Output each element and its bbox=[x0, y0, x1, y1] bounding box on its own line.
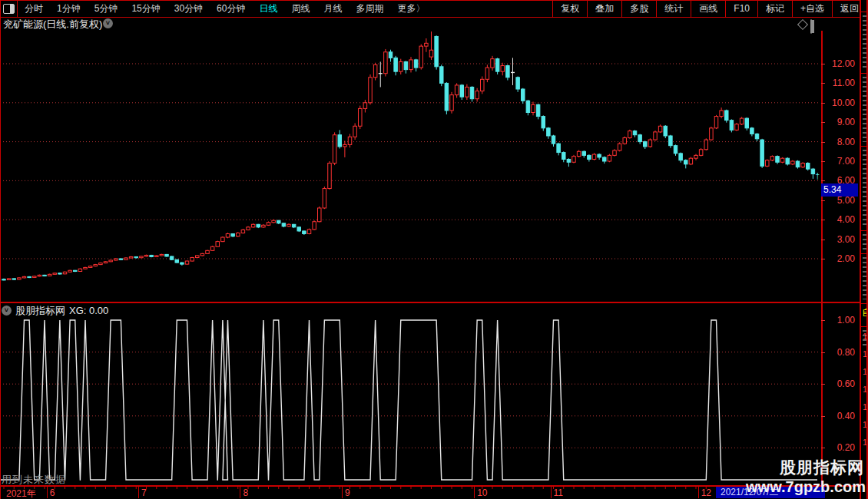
month-separator bbox=[698, 487, 699, 498]
period-menu-item[interactable]: 60分钟 bbox=[210, 1, 252, 17]
candle bbox=[307, 229, 311, 235]
candle bbox=[313, 220, 316, 230]
diamond-icon[interactable] bbox=[797, 19, 808, 30]
signal-chart[interactable] bbox=[0, 317, 821, 484]
candle bbox=[725, 110, 729, 123]
indicator-axis-label: 0.80 bbox=[821, 347, 855, 358]
candle bbox=[608, 154, 611, 163]
candle bbox=[658, 124, 662, 133]
period-menu: 分时1分钟5分钟15分钟30分钟60分钟日线周线月线多周期更多〉 bbox=[18, 1, 432, 17]
candle bbox=[526, 100, 530, 115]
candle bbox=[277, 220, 281, 224]
period-menu-item[interactable]: 多周期 bbox=[349, 1, 390, 17]
period-menu-item[interactable]: 更多〉 bbox=[390, 1, 432, 17]
candle bbox=[140, 256, 144, 258]
candle bbox=[745, 117, 749, 131]
candle bbox=[664, 125, 668, 138]
month-label: 7 bbox=[141, 487, 147, 498]
period-menu-item[interactable]: 月线 bbox=[316, 1, 349, 17]
candle bbox=[144, 255, 148, 257]
candle bbox=[247, 226, 250, 231]
month-separator bbox=[474, 487, 475, 498]
candle bbox=[562, 151, 566, 162]
candle bbox=[328, 161, 332, 190]
period-menu-item[interactable]: 5分钟 bbox=[88, 1, 125, 17]
candle bbox=[134, 256, 138, 259]
candle bbox=[359, 106, 363, 129]
candle bbox=[460, 84, 464, 100]
candle bbox=[373, 63, 377, 81]
period-menu-item[interactable]: 1分钟 bbox=[50, 1, 88, 17]
watermark-site-name: 股朋指标网 bbox=[780, 457, 864, 478]
chevron-down-icon[interactable]: ˅ bbox=[103, 18, 113, 28]
chart-title-row: 兖矿能源(日线.前复权) ˅ bbox=[0, 18, 860, 31]
candle bbox=[175, 259, 179, 263]
function-menu-item[interactable]: 叠加 bbox=[587, 1, 621, 17]
indicator-axis-tick bbox=[821, 384, 825, 385]
candle bbox=[210, 246, 214, 251]
candle bbox=[58, 273, 62, 274]
layout-toggle-button[interactable] bbox=[1, 1, 18, 17]
period-menu-item[interactable]: 30分钟 bbox=[167, 1, 210, 17]
candle bbox=[495, 58, 499, 74]
candle bbox=[18, 277, 22, 279]
candle bbox=[216, 241, 220, 247]
candle bbox=[409, 57, 413, 72]
indicator-axis-tick bbox=[821, 352, 825, 353]
candle bbox=[603, 157, 607, 164]
period-menu-item[interactable]: 分时 bbox=[18, 1, 50, 17]
candle bbox=[196, 255, 200, 258]
chart-title: 兖矿能源(日线.前复权) bbox=[3, 18, 102, 31]
candle bbox=[287, 223, 291, 227]
candle bbox=[481, 77, 485, 94]
chevron-down-icon[interactable]: ˅ bbox=[2, 306, 12, 316]
candle bbox=[780, 157, 784, 164]
candle bbox=[109, 259, 113, 262]
candle bbox=[282, 223, 286, 227]
period-menu-item[interactable]: 周线 bbox=[284, 1, 316, 17]
function-menu-item[interactable]: 统计 bbox=[656, 1, 691, 17]
candle bbox=[598, 154, 601, 160]
candlestick-chart[interactable]: † bbox=[0, 31, 821, 302]
month-separator bbox=[138, 487, 139, 498]
candle bbox=[165, 254, 169, 257]
candle bbox=[501, 63, 505, 76]
month-label: 12 bbox=[701, 487, 711, 498]
function-menu-item[interactable]: 画线 bbox=[691, 1, 725, 17]
candle bbox=[68, 269, 72, 272]
date-axis-row: 2021年 6789101112 2021/12/07/二 bbox=[0, 486, 860, 499]
indicator-axis-tick bbox=[821, 320, 825, 321]
candle bbox=[633, 130, 637, 137]
month-separator bbox=[551, 487, 552, 498]
candle bbox=[237, 232, 240, 236]
candle bbox=[679, 153, 683, 163]
candle bbox=[704, 138, 708, 150]
candle bbox=[384, 49, 388, 77]
indicator-axis: 1.000.800.600.400.20 bbox=[821, 0, 860, 499]
indicator-value: XG: 0.00 bbox=[69, 305, 108, 316]
candle bbox=[124, 257, 128, 260]
month-separator bbox=[47, 487, 48, 498]
candle bbox=[318, 207, 322, 223]
function-menu-item[interactable]: F10 bbox=[725, 1, 757, 17]
period-menu-item[interactable]: 日线 bbox=[252, 1, 284, 17]
function-menu-item[interactable]: 标记 bbox=[757, 1, 792, 17]
candle bbox=[292, 224, 296, 228]
candle bbox=[699, 148, 703, 157]
candle bbox=[455, 83, 459, 97]
candle bbox=[710, 127, 714, 140]
candle bbox=[348, 134, 352, 147]
candle bbox=[811, 168, 815, 179]
trading-terminal-window: 分时1分钟5分钟15分钟30分钟60分钟日线周线月线多周期更多〉 复权叠加多股统… bbox=[0, 0, 868, 499]
candle bbox=[435, 35, 439, 69]
month-separator bbox=[240, 487, 240, 498]
function-menu-item[interactable]: 复权 bbox=[552, 1, 587, 17]
last-candle-marker-icon: † bbox=[815, 172, 820, 180]
function-menu-item[interactable]: 多股 bbox=[621, 1, 656, 17]
candle bbox=[297, 226, 301, 232]
candle bbox=[94, 264, 98, 266]
candle bbox=[648, 138, 652, 147]
month-label: 9 bbox=[345, 487, 350, 498]
candle bbox=[2, 279, 6, 281]
period-menu-item[interactable]: 15分钟 bbox=[124, 1, 167, 17]
